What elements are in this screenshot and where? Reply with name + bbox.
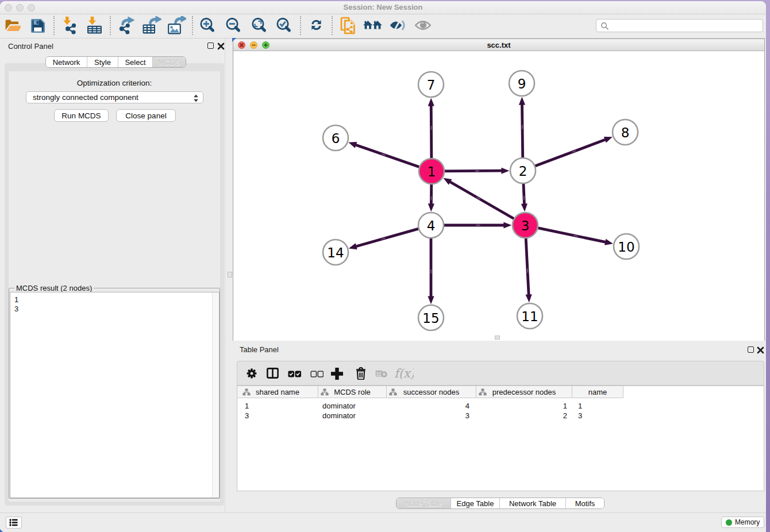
mcds-result-textarea[interactable]: 1 3 [10, 292, 220, 498]
title-bar[interactable]: Session: New Session [0, 1, 766, 14]
clone-network-button[interactable] [340, 17, 356, 34]
edge-3-1[interactable] [449, 182, 517, 221]
close-panel-button[interactable]: Close panel [116, 109, 176, 122]
zoom-fit-icon [252, 18, 267, 33]
search-input[interactable] [596, 19, 763, 32]
import-table-button[interactable] [85, 16, 103, 34]
node-10[interactable]: 10 [614, 234, 639, 259]
control-tab-select[interactable]: Select [118, 57, 153, 67]
table-panel-close-button[interactable] [757, 346, 764, 353]
column-header-shared-name[interactable]: shared name [237, 386, 318, 398]
column-header-name[interactable]: name [572, 386, 623, 398]
column-header-successor-nodes[interactable]: successor nodes [387, 386, 476, 398]
edge-1-6[interactable] [355, 145, 423, 168]
node-4[interactable]: 4 [418, 213, 444, 238]
edge-arrowhead-4-15 [428, 296, 434, 304]
node-label: 1 [428, 164, 436, 179]
table-panel-float-button[interactable] [748, 346, 754, 353]
control-tab-style[interactable]: Style [87, 57, 118, 67]
close-icon [217, 43, 225, 50]
cell-shared-name: 3 [237, 411, 318, 421]
horizontal-divider-grip[interactable] [495, 336, 500, 340]
node-1[interactable]: 1 [419, 159, 444, 184]
node-table[interactable]: shared name MCDS role successor nodes pr… [237, 385, 764, 491]
optimization-criterion-label: Optimization criterion: [9, 79, 220, 87]
run-mcds-button[interactable]: Run MCDS [54, 109, 109, 122]
control-panel: Control Panel NetworkStyleSelectMCDS Opt… [0, 38, 225, 512]
import-network-button[interactable] [61, 16, 78, 34]
vertical-divider-grip[interactable] [228, 272, 232, 277]
first-neighbors-button[interactable] [363, 20, 382, 29]
zoom-out-button[interactable] [226, 18, 241, 33]
select-all-columns-button[interactable] [288, 369, 301, 376]
control-panel-close-button[interactable] [217, 42, 225, 49]
unselect-all-columns-button[interactable] [310, 369, 324, 376]
control-panel-float-button[interactable] [207, 43, 214, 49]
delete-columns-button[interactable] [355, 367, 367, 380]
column-settings-button[interactable] [247, 368, 257, 379]
hide-selected-button[interactable] [390, 20, 406, 31]
result-scrollbar[interactable] [212, 292, 219, 498]
table-row[interactable]: 3dominator323 [237, 411, 623, 421]
network-graph: 1 2 3 4 6 7 8 9 10 11 14 15 [233, 52, 764, 341]
save-session-button[interactable] [30, 18, 45, 33]
table-tab-network-table[interactable]: Network Table [500, 498, 566, 508]
zoom-selected-button[interactable] [276, 18, 292, 33]
zoom-in-button[interactable] [200, 18, 215, 33]
refresh-button[interactable] [310, 19, 322, 32]
edge-4-14[interactable] [355, 228, 422, 246]
toolbar-separator [110, 16, 111, 35]
dropdown-value: strongly connected component [33, 93, 138, 102]
task-history-button[interactable] [6, 516, 22, 529]
memory-status-dot [726, 519, 732, 526]
export-table-icon [141, 16, 161, 34]
cell-shared-name: 1 [237, 401, 318, 411]
edge-1-7[interactable] [431, 105, 432, 162]
edge-2-9[interactable] [522, 104, 522, 161]
node-15[interactable]: 15 [418, 305, 444, 330]
import-table-icon [85, 16, 103, 34]
node-3[interactable]: 3 [513, 213, 538, 238]
table-tab-motifs[interactable]: Motifs [566, 498, 604, 508]
node-7[interactable]: 7 [418, 72, 444, 97]
optimization-criterion-dropdown[interactable]: strongly connected component [26, 91, 203, 103]
node-2[interactable]: 2 [510, 158, 536, 183]
first-neighbors-icon [363, 20, 382, 29]
export-image-button[interactable] [167, 16, 186, 34]
network-canvas[interactable]: 1 2 3 4 6 7 8 9 10 11 14 15 [233, 52, 764, 341]
edge-arrowhead-3-11 [526, 294, 532, 302]
export-network-button[interactable] [118, 16, 136, 34]
table-header: shared name MCDS role successor nodes pr… [237, 386, 623, 398]
toggle-panes-button[interactable] [267, 368, 279, 379]
edge-3-10[interactable] [534, 227, 607, 242]
edge-1-2[interactable] [441, 171, 502, 171]
export-table-button[interactable] [141, 16, 161, 34]
open-file-button[interactable] [5, 17, 21, 31]
column-header-predecessor-nodes[interactable]: predecessor nodes [476, 386, 572, 398]
node-11[interactable]: 11 [517, 303, 542, 329]
edge-arrowhead-4-14 [349, 243, 357, 249]
node-8[interactable]: 8 [613, 119, 638, 145]
table-row[interactable]: 1dominator411 [237, 401, 623, 411]
control-tab-network[interactable]: Network [46, 57, 87, 67]
search-icon [600, 22, 609, 30]
add-column-button[interactable] [330, 367, 344, 380]
node-14[interactable]: 14 [323, 240, 348, 265]
memory-button[interactable]: Memory [721, 516, 764, 528]
edge-2-8[interactable] [532, 140, 606, 168]
table-tab-node-table[interactable]: Node Table [396, 498, 451, 508]
edge-arrowhead-1-2 [501, 168, 509, 174]
mcds-result-groupbox: MCDS result (2 nodes) 1 3 [9, 288, 220, 499]
column-type-icon [479, 388, 487, 396]
control-tab-mcds[interactable]: MCDS [153, 57, 186, 67]
node-9[interactable]: 9 [509, 71, 534, 96]
edge-3-11[interactable] [526, 234, 529, 295]
zoom-fit-button[interactable] [252, 18, 267, 33]
node-6[interactable]: 6 [323, 125, 348, 151]
destroy-table-button [375, 369, 387, 377]
table-tab-edge-table[interactable]: Edge Table [451, 498, 500, 508]
column-header-MCDS-role[interactable]: MCDS role [318, 386, 387, 398]
column-label: successor nodes [403, 388, 460, 396]
show-all-button[interactable] [415, 21, 431, 30]
network-window-titlebar[interactable]: scc.txt [233, 39, 764, 51]
